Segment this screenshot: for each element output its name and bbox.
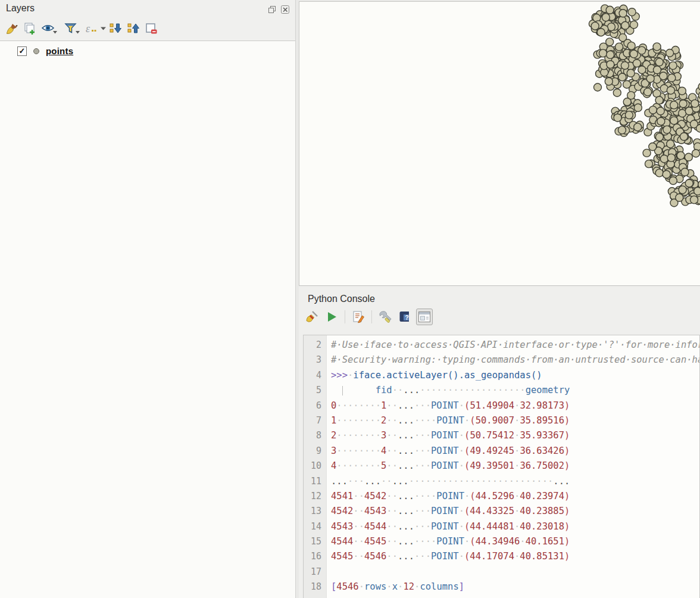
toolbar-separator <box>371 310 372 323</box>
layers-panel-window-buttons <box>267 4 290 15</box>
console-line: #·Use·iface·to·access·QGIS·API·interface… <box>331 338 699 353</box>
console-code: #·Use·iface·to·access·QGIS·API·interface… <box>331 338 699 598</box>
add-group-icon <box>23 21 37 36</box>
console-gutter: 2345678910111213141516171819 <box>304 335 327 598</box>
add-group-button[interactable] <box>21 20 39 38</box>
line-number: 9 <box>304 444 326 459</box>
line-number: 2 <box>304 338 326 353</box>
toolbar-separator <box>345 310 345 323</box>
close-panel-button[interactable] <box>280 4 290 15</box>
run-command-button[interactable] <box>323 309 340 325</box>
console-line: 3········4··...···POINT·(49.49245·36.634… <box>331 444 699 459</box>
window-panel-icon <box>418 311 431 323</box>
object-inspector-toggle-button[interactable] <box>416 309 433 325</box>
filter-legend-button[interactable] <box>61 20 84 38</box>
line-number: 15 <box>304 534 326 549</box>
layer-styling-brush-icon <box>5 21 19 36</box>
python-console-panel: Python Console <box>299 286 700 598</box>
remove-layer-button[interactable] <box>142 20 160 38</box>
svg-text:ε: ε <box>86 23 90 35</box>
close-icon <box>280 5 290 14</box>
broom-icon <box>305 310 319 324</box>
show-editor-button[interactable] <box>350 309 367 325</box>
console-line <box>331 565 699 580</box>
float-panel-button[interactable] <box>267 4 277 15</box>
collapse-all-button[interactable] <box>124 20 142 38</box>
expression-epsilon-icon: ε <box>84 21 107 36</box>
python-console-title: Python Console <box>308 294 375 304</box>
line-number: 18 <box>304 580 326 594</box>
point-symbol-icon <box>33 48 39 54</box>
svg-text:?: ? <box>405 314 409 321</box>
console-toolbar: ? <box>304 309 433 325</box>
console-line: 4545··4546··...···POINT·(44.17074·40.851… <box>331 549 699 564</box>
line-number: 16 <box>304 549 326 564</box>
console-line: 2········3··...···POINT·(50.75412·35.933… <box>331 428 699 443</box>
console-line: 4542··4543··...···POINT·(44.43325·40.238… <box>331 504 699 519</box>
script-editor-icon <box>351 310 365 324</box>
line-number: 12 <box>304 489 326 504</box>
line-number: 19 <box>304 595 326 598</box>
float-window-icon <box>267 5 277 14</box>
console-line: 0········1··...···POINT·(51.49904·32.981… <box>331 398 699 413</box>
checkbox-check-icon: ✓ <box>19 46 26 55</box>
line-number: 4 <box>304 368 326 383</box>
console-line: [4546·rows·x·12·columns] <box>331 580 699 594</box>
map-canvas[interactable] <box>299 1 700 286</box>
layer-name: points <box>46 46 73 56</box>
filter-funnel-icon <box>64 21 82 36</box>
manage-map-themes-button[interactable] <box>39 20 61 38</box>
console-line: ...···...··...··························… <box>331 474 699 489</box>
layers-toolbar: ε <box>3 19 160 38</box>
console-output[interactable]: 2345678910111213141516171819 #·Use·iface… <box>303 335 700 598</box>
console-line: fid··...···················geometry <box>331 383 699 398</box>
line-number: 17 <box>304 565 326 580</box>
line-number: 14 <box>304 519 326 534</box>
console-line: >>>·iface.activeLayer().as_geopandas() <box>331 368 699 383</box>
open-layer-styling-button[interactable] <box>3 20 21 38</box>
console-line: 4543··4544··...···POINT·(44.44481·40.230… <box>331 519 699 534</box>
eye-icon <box>41 21 59 36</box>
layer-visibility-checkbox[interactable]: ✓ <box>17 46 27 56</box>
map-points-svg <box>299 2 700 286</box>
line-number: 6 <box>304 398 326 413</box>
line-number: 3 <box>304 353 326 367</box>
run-play-icon <box>325 310 338 323</box>
line-number: 11 <box>304 474 326 489</box>
line-number: 5 <box>304 383 326 398</box>
wrench-icon <box>378 310 392 324</box>
collapse-all-icon <box>126 21 140 36</box>
console-line: 4544··4545··...····POINT·(44.34946·40.16… <box>331 534 699 549</box>
line-number: 13 <box>304 504 326 519</box>
help-button[interactable]: ? <box>396 309 413 325</box>
layers-tree: ✓ points <box>0 41 295 598</box>
console-line: #·Security·warning:·typing·commands·from… <box>331 353 699 367</box>
line-number: 10 <box>304 459 326 474</box>
remove-layer-icon <box>144 21 158 36</box>
console-line: 4········5··...···POINT·(49.39501·36.750… <box>331 459 699 474</box>
console-line: 1········2··...····POINT·(50.9007·35.895… <box>331 413 699 428</box>
expand-all-button[interactable] <box>107 20 124 38</box>
help-book-icon: ? <box>398 310 412 324</box>
layers-panel: Layers <box>0 0 296 598</box>
layers-panel-title: Layers <box>6 3 35 14</box>
console-line <box>331 595 699 598</box>
line-number: 7 <box>304 413 326 428</box>
line-number: 8 <box>304 428 326 443</box>
clear-console-button[interactable] <box>304 309 320 325</box>
layer-item-points[interactable]: ✓ points <box>0 41 295 56</box>
options-button[interactable] <box>377 309 393 325</box>
console-line: 4541··4542··...····POINT·(44.5296·40.239… <box>331 489 699 504</box>
filter-by-expression-button[interactable]: ε <box>84 20 107 38</box>
expand-all-icon <box>108 21 123 36</box>
